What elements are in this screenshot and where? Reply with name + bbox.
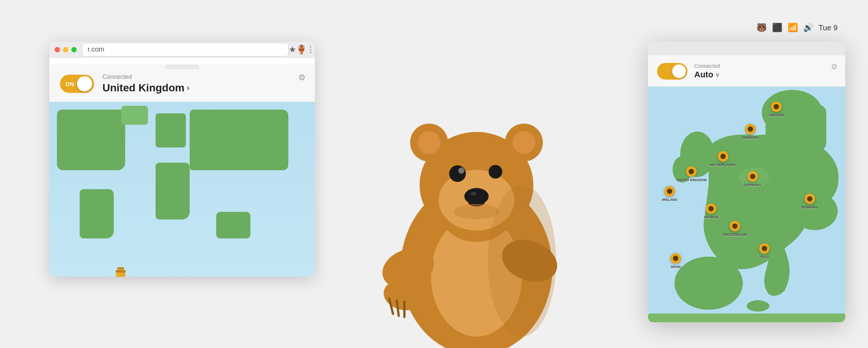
- menu-icon[interactable]: ⋮: [307, 45, 315, 55]
- svg-point-21: [418, 131, 440, 154]
- pin-germany[interactable]: GERMANY: [744, 171, 761, 187]
- pin-france-label: FRANCE: [704, 215, 719, 219]
- connected-label: Connected: [102, 74, 190, 80]
- app-tab-indicator: [733, 42, 760, 47]
- bear-character: [370, 49, 583, 348]
- svg-point-5: [675, 257, 743, 310]
- star-icon[interactable]: ★: [289, 45, 296, 55]
- pin-ireland[interactable]: IRELAND: [662, 186, 677, 202]
- south-america-shape: [80, 189, 114, 238]
- minimize-button[interactable]: [63, 47, 68, 52]
- svg-point-27: [489, 165, 502, 179]
- traffic-lights: [49, 43, 82, 56]
- svg-point-30: [454, 204, 499, 219]
- close-button[interactable]: [55, 47, 60, 52]
- vpn-app-status: Connected Auto ∨: [694, 63, 720, 80]
- app-settings-icon[interactable]: ⚙: [831, 62, 838, 71]
- vpn-toggle[interactable]: ON: [60, 75, 94, 93]
- australia-shape: [216, 212, 250, 238]
- app-location-text: Auto: [694, 70, 713, 80]
- vpn-popup-small: ON Connected United Kingdom › ⚙: [49, 64, 315, 277]
- toggle-auto-knob: [672, 64, 686, 78]
- location-chevron: ›: [187, 83, 189, 93]
- pin-spain[interactable]: SPAIN: [670, 253, 681, 269]
- pin-romania-label: ROMANIA: [802, 205, 818, 209]
- pin-italy[interactable]: ITALY: [759, 243, 770, 259]
- system-bar: 🐻 ⬛ 📶 🔊 Tue 9: [756, 23, 838, 33]
- vpn-status: Connected United Kingdom ›: [102, 74, 190, 94]
- pin-uk[interactable]: UNITED KINGDOM: [676, 166, 707, 182]
- pin-netherlands-label: NETHERLANDS: [710, 163, 736, 167]
- app-location[interactable]: Auto ∨: [694, 70, 720, 80]
- vpn-app-header: Connected Auto ∨ ⚙: [648, 55, 845, 87]
- toggle-knob: [77, 76, 92, 91]
- small-map-pin: [116, 267, 126, 277]
- vpn-location[interactable]: United Kingdom ›: [102, 82, 190, 94]
- volume-icon: 🔊: [803, 23, 813, 33]
- pin-germany-label: GERMANY: [744, 183, 761, 187]
- vpn-popup-header: ON Connected United Kingdom › ⚙: [49, 64, 315, 102]
- pin-denmark-label: DENMARK: [742, 136, 759, 140]
- greenland-shape: [121, 106, 148, 125]
- address-bar[interactable]: r.com: [82, 43, 289, 56]
- pin-france[interactable]: FRANCE: [704, 204, 719, 219]
- app-chevron: ∨: [715, 71, 720, 78]
- app-window-chrome: [648, 42, 845, 55]
- system-time: Tue 9: [819, 24, 838, 32]
- vpn-auto-toggle[interactable]: [657, 63, 687, 80]
- pin-uk-label: UNITED KINGDOM: [676, 178, 707, 182]
- bear-system-icon: 🐻: [756, 23, 767, 33]
- vpn-europe-map: IRELAND UNITED KINGDOM NETHERLANDS DENMA…: [648, 87, 845, 322]
- svg-point-25: [449, 165, 466, 182]
- browser-window: r.com ★ 🏺 ⋮ ON Connected United Kingdom …: [49, 42, 315, 277]
- pin-sweden-label: SWEDEN: [769, 113, 784, 117]
- vpn-app-window: Connected Auto ∨ ⚙: [648, 42, 845, 322]
- bear-svg: [370, 49, 583, 348]
- svg-point-6: [747, 300, 769, 312]
- address-text: r.com: [88, 45, 104, 53]
- location-text: United Kingdom: [102, 82, 184, 94]
- toggle-label: ON: [65, 81, 74, 87]
- pin-switzerland[interactable]: SWITZERLAND: [722, 221, 747, 236]
- bear-extension-icon[interactable]: 🏺: [296, 45, 307, 55]
- europe-shape: [156, 113, 186, 147]
- africa-shape: [156, 163, 190, 219]
- asia-shape: [190, 110, 288, 170]
- wifi-icon: 📶: [788, 23, 798, 33]
- pin-netherlands[interactable]: NETHERLANDS: [710, 151, 736, 167]
- browser-chrome: r.com ★ 🏺 ⋮: [49, 42, 315, 58]
- app-connected-label: Connected: [694, 63, 720, 69]
- svg-point-26: [458, 168, 464, 174]
- north-america-shape: [57, 110, 125, 170]
- svg-point-31: [488, 185, 556, 337]
- svg-rect-7: [648, 314, 845, 322]
- airplay-icon: ⬛: [772, 23, 782, 33]
- svg-point-29: [470, 192, 476, 196]
- pin-spain-label: SPAIN: [670, 265, 681, 269]
- pin-italy-label: ITALY: [760, 255, 769, 259]
- svg-point-23: [513, 131, 535, 154]
- pin-romania[interactable]: ROMANIA: [802, 193, 818, 209]
- svg-point-28: [464, 188, 489, 205]
- pin-switzerland-label: SWITZERLAND: [722, 232, 747, 236]
- pin-denmark[interactable]: DENMARK: [742, 124, 759, 140]
- pin-sweden[interactable]: SWEDEN: [769, 102, 784, 117]
- settings-icon[interactable]: ⚙: [298, 73, 306, 83]
- pin-ireland-label: IRELAND: [662, 198, 677, 202]
- vpn-map-small: [49, 102, 315, 277]
- maximize-button[interactable]: [71, 47, 77, 52]
